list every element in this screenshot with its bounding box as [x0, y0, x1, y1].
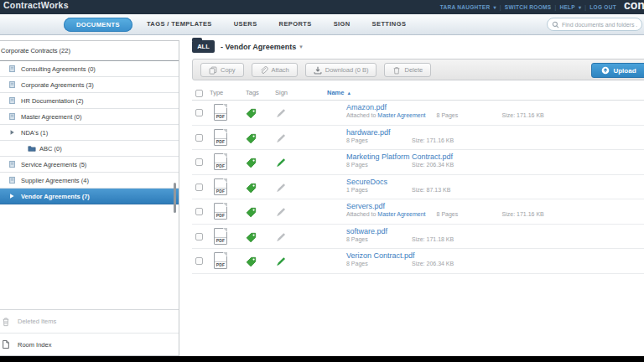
document-name-link[interactable]: hardware.pdf — [346, 128, 391, 137]
sidebar-item-abc-0[interactable]: ABC (0) — [0, 141, 179, 157]
delete-button[interactable]: Delete — [384, 63, 431, 77]
row-checkbox[interactable] — [195, 233, 203, 240]
main-navbar: DOCUMENTSTAGS / TEMPLATESUSERSREPORTSSIG… — [0, 14, 644, 35]
row-checkbox[interactable] — [195, 257, 203, 265]
folder-icon — [28, 145, 36, 152]
pdf-file-icon[interactable]: PDF — [214, 228, 227, 245]
page-icon — [9, 65, 15, 73]
app-logo-partial: con — [624, 0, 644, 12]
toolbar-button-label: Delete — [404, 66, 423, 74]
breadcrumb-folder-label: - Vendor Agreements — [221, 41, 296, 53]
tab-reports[interactable]: REPORTS — [268, 14, 323, 34]
all-folders-badge[interactable]: ALL — [192, 40, 215, 53]
topbar-link-help[interactable]: HELP — [559, 4, 575, 10]
sidebar-item-room-index[interactable]: Room Index — [0, 333, 179, 355]
pdf-file-icon[interactable]: PDF — [214, 178, 227, 195]
delete-icon — [392, 66, 401, 75]
file-size: Size: 171.18 KB — [412, 236, 454, 242]
page-count: 8 Pages — [346, 137, 388, 143]
sidebar-item-deleted-items[interactable]: Deleted Items — [0, 310, 179, 333]
tag-icon — [246, 256, 257, 271]
attached-master-agreement-link[interactable]: Master Agreement — [377, 211, 425, 217]
sign-pen-signed-icon — [276, 255, 287, 270]
table-row: PDFSecureDocs1 PagesSize: 87.13 KB — [192, 175, 644, 200]
sidebar-item-service-agreements-5[interactable]: Service Agreements (5) — [0, 157, 179, 173]
pdf-file-icon[interactable]: PDF — [214, 153, 227, 170]
chevron-down-icon: ▾ — [494, 4, 496, 10]
attach-button[interactable]: Attach — [252, 63, 298, 77]
page-count: 1 Pages — [346, 187, 388, 193]
sidebar-item-label: Consulting Agreements (0) — [21, 65, 96, 73]
pdf-file-icon[interactable]: PDF — [214, 203, 227, 220]
row-checkbox[interactable] — [195, 208, 203, 215]
document-name-link[interactable]: software.pdf — [346, 227, 387, 235]
row-checkbox[interactable] — [195, 184, 203, 191]
download-button[interactable]: Download (0 B) — [305, 63, 377, 77]
document-name-link[interactable]: SecureDocs — [346, 178, 387, 186]
sidebar-item-master-agreement-0[interactable]: Master Agreement (0) — [0, 109, 179, 125]
sidebar-item-vendor-agreements-7[interactable]: Vendor Agreements (7) — [0, 189, 179, 204]
sidebar-footer-label: Room Index — [18, 341, 51, 349]
actions-toolbar: CopyAttachDownload (0 B)Delete Upload — [192, 59, 644, 80]
upload-button-label: Upload — [613, 67, 636, 75]
copy-icon — [209, 66, 217, 75]
document-name-link[interactable]: Amazon.pdf — [346, 103, 387, 111]
nav-tabs: DOCUMENTSTAGS / TEMPLATESUSERSREPORTSSIG… — [60, 14, 417, 34]
row-checkbox[interactable] — [195, 158, 203, 166]
topbar-link-tara-naughter[interactable]: TARA NAUGHTER — [440, 4, 491, 10]
topbar-link-log-out[interactable]: LOG OUT — [589, 4, 616, 10]
tab-tags-templates[interactable]: TAGS / TEMPLATES — [136, 14, 223, 34]
pdf-label: PDF — [215, 188, 226, 194]
sidebar-item-consulting-agreements-0[interactable]: Consulting Agreements (0) — [0, 61, 179, 77]
attached-master-agreement-link[interactable]: Master Agreement — [377, 112, 425, 118]
sidebar-item-supplier-agreements-4[interactable]: Supplier Agreements (4) — [0, 173, 179, 189]
toolbar-button-label: Download (0 B) — [325, 66, 369, 74]
document-name-link[interactable]: Servers.pdf — [346, 202, 385, 210]
page-count: 8 Pages — [346, 162, 388, 168]
topbar-link-switch-rooms[interactable]: SWITCH ROOMS — [505, 4, 552, 10]
sign-pen-icon — [276, 132, 287, 147]
attach-icon — [260, 66, 268, 75]
document-meta: 8 PagesSize: 206.34 KB — [346, 162, 454, 168]
sign-pen-icon — [276, 106, 287, 122]
pdf-file-icon[interactable]: PDF — [214, 129, 227, 146]
tab-settings[interactable]: SETTINGS — [361, 14, 418, 34]
sidebar-scrollbar[interactable] — [174, 183, 176, 213]
search-icon — [552, 21, 559, 28]
select-all-checkbox[interactable] — [195, 90, 203, 97]
pdf-label: PDF — [215, 212, 226, 218]
search-box[interactable] — [547, 18, 642, 31]
document-name-link[interactable]: Marketing Platform Contract.pdf — [346, 153, 453, 161]
row-checkbox[interactable] — [195, 109, 203, 116]
upload-button[interactable]: Upload — [591, 63, 644, 78]
sidebar-item-label: NDA's (1) — [21, 129, 48, 137]
pdf-file-icon[interactable]: PDF — [214, 252, 227, 269]
document-name-link[interactable]: Verizon Contract.pdf — [346, 251, 415, 260]
copy-button[interactable]: Copy — [200, 63, 244, 77]
tab-documents[interactable]: DOCUMENTS — [64, 18, 132, 32]
contractworks-app: ContractWorks TARA NAUGHTER▾|SWITCH ROOM… — [0, 0, 644, 362]
topbar: ContractWorks TARA NAUGHTER▾|SWITCH ROOM… — [0, 0, 644, 14]
selected-arrow-icon — [9, 193, 15, 199]
row-checkbox[interactable] — [195, 134, 203, 142]
column-header-name[interactable]: Name▲ — [327, 89, 351, 96]
sidebar-item-label: HR Documentation (2) — [21, 97, 84, 105]
search-input[interactable] — [559, 22, 637, 28]
sidebar-item-hr-documentation-2[interactable]: HR Documentation (2) — [0, 93, 179, 109]
pdf-file-icon[interactable]: PDF — [214, 104, 227, 121]
sidebar-item-corporate-contracts-22[interactable]: Corporate Contracts (22) — [0, 41, 179, 61]
tab-sign[interactable]: SIGN — [323, 14, 361, 34]
breadcrumb-dropdown-icon[interactable]: ▾ — [299, 41, 303, 53]
sidebar-item-label: Vendor Agreements (7) — [21, 193, 90, 200]
sidebar-item-nda-s-1[interactable]: NDA's (1) — [0, 125, 179, 141]
download-icon — [314, 66, 322, 75]
tab-users[interactable]: USERS — [223, 14, 268, 34]
file-size: Size: 171.16 KB — [502, 211, 544, 217]
topbar-separator: | — [500, 4, 501, 10]
document-list-panel: ALL - Vendor Agreements ▾ CopyAttachDown… — [186, 35, 644, 356]
sidebar-item-label: Master Agreement (0) — [21, 113, 82, 121]
page-count: 8 Pages — [346, 236, 388, 242]
pdf-label: PDF — [215, 138, 226, 144]
sidebar-item-corporate-agreements-3[interactable]: Corporate Agreements (3) — [0, 77, 179, 93]
table-row: PDFMarketing Platform Contract.pdf8 Page… — [192, 150, 644, 175]
